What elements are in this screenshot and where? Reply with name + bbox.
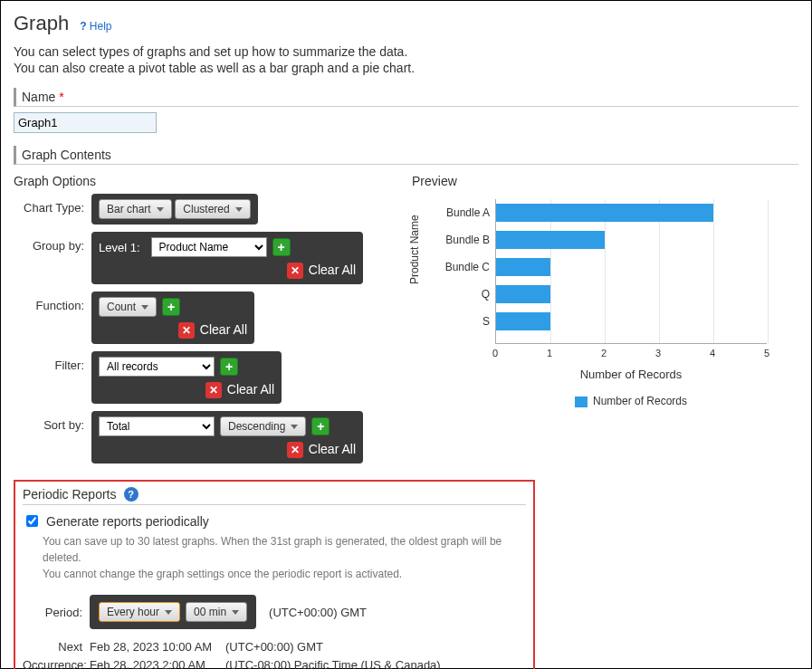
close-icon[interactable]: ✕ [205,382,222,398]
chart-y-axis-label: Product Name [408,215,421,284]
legend-swatch [575,397,588,407]
periodic-reports-section: Periodic Reports ? Generate reports peri… [14,480,535,669]
chart-x-axis-label: Number of Records [495,368,767,381]
next-occurrence-label: Next Occurrence: [23,638,90,669]
chevron-down-icon [157,207,164,212]
filter-select[interactable]: All records [99,357,215,377]
chevron-down-icon [291,425,298,429]
periodic-hint: You can save up to 30 latest graphs. Whe… [43,533,526,582]
preview-chart: Product Name Bundle ABundle BBundle CQS … [412,194,774,420]
chart-legend: Number of Records [495,395,767,407]
preview-title: Preview [412,174,798,188]
intro-text: You can select types of graphs and set u… [14,44,798,75]
add-group-button[interactable]: + [272,238,291,256]
period-label: Period: [23,606,90,619]
period-timezone: (UTC+00:00) GMT [269,606,367,619]
filter-clear-all[interactable]: Clear All [227,382,274,397]
chart-bar [496,312,550,330]
sort-field-select[interactable]: Total [99,416,215,436]
group-by-clear-all[interactable]: Clear All [309,263,356,277]
generate-periodically-checkbox[interactable] [26,515,38,527]
chart-bar [496,285,550,303]
chevron-down-icon [165,610,172,615]
period-frequency-dropdown[interactable]: Every hour [99,602,180,622]
group-by-label: Group by: [14,232,91,253]
add-function-button[interactable]: + [162,298,180,316]
name-section-header: Name * [14,88,798,107]
add-filter-button[interactable]: + [220,358,238,376]
chart-type-main-dropdown[interactable]: Bar chart [99,199,172,219]
group-by-level-label: Level 1: [99,241,140,254]
sort-direction-dropdown[interactable]: Descending [220,416,306,436]
close-icon[interactable]: ✕ [178,322,195,339]
chevron-down-icon [232,610,239,615]
period-minute-dropdown[interactable]: 00 min [186,602,247,622]
add-sort-button[interactable]: + [311,417,330,435]
close-icon[interactable]: ✕ [287,442,303,458]
next-occurrence-values: Feb 28, 2023 10:00 AM(UTC+00:00) GMT Feb… [90,638,441,669]
chevron-down-icon [235,207,243,212]
chart-bar [496,204,713,222]
chart-bar [496,258,550,276]
function-label: Function: [14,291,91,312]
page-title: Graph [14,12,69,35]
function-clear-all[interactable]: Clear All [200,322,247,337]
sort-clear-all[interactable]: Clear All [309,442,356,456]
generate-periodically-label: Generate reports periodically [46,514,209,529]
chart-bar [496,231,605,249]
periodic-reports-header: Periodic Reports [23,487,117,502]
graph-contents-header: Graph Contents [14,146,798,165]
graph-options-title: Graph Options [14,174,394,188]
graph-name-input[interactable] [14,112,157,133]
help-icon[interactable]: ? [124,487,139,502]
sort-by-label: Sort by: [14,411,91,432]
chart-type-sub-dropdown[interactable]: Clustered [175,199,250,219]
function-dropdown[interactable]: Count [99,297,157,317]
chevron-down-icon [141,305,148,310]
filter-label: Filter: [14,351,91,372]
group-by-field-select[interactable]: Product Name [151,237,267,257]
close-icon[interactable]: ✕ [287,263,303,279]
help-link[interactable]: Help [80,20,111,33]
chart-type-label: Chart Type: [14,194,91,215]
